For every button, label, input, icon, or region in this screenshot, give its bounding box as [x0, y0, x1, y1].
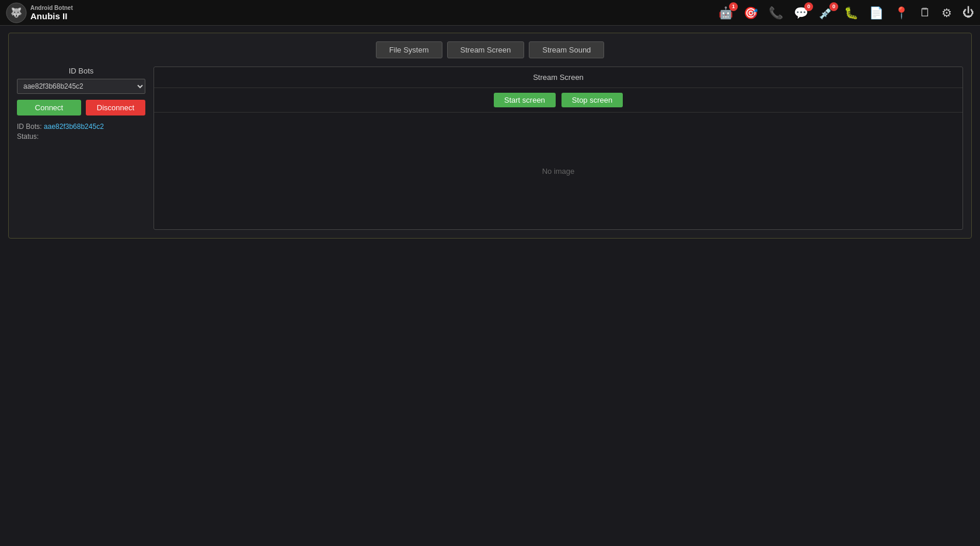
document-nav-icon[interactable]: 📄 — [869, 6, 884, 20]
stream-screen-title: Stream Screen — [154, 67, 962, 88]
navbar: 🐺 Android Botnet Anubis II 🤖 1 🎯 📞 💬 0 💉… — [0, 0, 980, 26]
bug-nav-icon[interactable]: 🐛 — [844, 6, 859, 20]
syringe-badge: 0 — [829, 2, 838, 11]
id-bots-label: ID Bots — [17, 66, 145, 75]
tab-stream-screen[interactable]: Stream Screen — [447, 41, 525, 58]
location-icon: 📍 — [894, 6, 909, 20]
bot-badge: 1 — [729, 2, 738, 11]
connect-button[interactable]: Connect — [17, 100, 81, 116]
stop-screen-button[interactable]: Stop screen — [562, 93, 623, 107]
id-bots-value: aae82f3b68b245c2 — [44, 123, 104, 131]
phone-icon: 📞 — [769, 6, 783, 20]
logo-text-top: Android Botnet — [30, 5, 73, 11]
document-icon: 📄 — [869, 6, 884, 20]
list-nav-icon[interactable]: 🗒 — [919, 6, 931, 19]
svg-text:🐺: 🐺 — [11, 7, 22, 18]
id-bots-info: ID Bots: aae82f3b68b245c2 — [17, 123, 145, 131]
message-nav-icon[interactable]: 💬 0 — [794, 6, 808, 20]
power-nav-icon[interactable]: ⏻ — [962, 6, 974, 19]
tab-file-system[interactable]: File System — [376, 41, 442, 58]
syringe-nav-icon[interactable]: 💉 0 — [819, 6, 833, 20]
no-image-text: No image — [542, 167, 575, 176]
main-content: File System Stream Screen Stream Sound I… — [0, 26, 980, 246]
left-sidebar: ID Bots aae82f3b68b245c2 Connect Disconn… — [17, 66, 145, 230]
phone-nav-icon[interactable]: 📞 — [769, 6, 783, 20]
stream-controls: Start screen Stop screen — [154, 88, 962, 113]
power-icon: ⏻ — [962, 6, 974, 19]
stream-area: Stream Screen Start screen Stop screen N… — [154, 66, 963, 230]
id-bots-select-wrapper: aae82f3b68b245c2 — [17, 79, 145, 94]
bug-icon: 🐛 — [844, 6, 859, 20]
settings-nav-icon[interactable]: ⚙ — [941, 6, 952, 20]
start-screen-button[interactable]: Start screen — [494, 93, 556, 107]
target-nav-icon[interactable]: 🎯 — [744, 6, 758, 20]
logo: 🐺 Android Botnet Anubis II — [6, 2, 99, 23]
tab-stream-sound[interactable]: Stream Sound — [529, 41, 604, 58]
tabs-bar: File System Stream Screen Stream Sound — [17, 41, 963, 58]
main-panel: File System Stream Screen Stream Sound I… — [8, 33, 972, 239]
panel-inner: ID Bots aae82f3b68b245c2 Connect Disconn… — [17, 66, 963, 230]
settings-icon: ⚙ — [941, 6, 952, 20]
id-bots-select[interactable]: aae82f3b68b245c2 — [17, 79, 145, 94]
status-info: Status: — [17, 132, 145, 141]
logo-text-main: Anubis II — [30, 11, 73, 21]
navbar-icons: 🤖 1 🎯 📞 💬 0 💉 0 🐛 📄 📍 — [719, 6, 974, 20]
target-icon: 🎯 — [744, 6, 758, 20]
logo-icon: 🐺 — [6, 2, 27, 23]
message-badge: 0 — [804, 2, 813, 11]
bot-nav-icon[interactable]: 🤖 1 — [719, 6, 733, 20]
stream-preview: No image — [154, 113, 962, 229]
list-icon: 🗒 — [919, 6, 931, 19]
disconnect-button[interactable]: Disconnect — [86, 100, 145, 116]
location-nav-icon[interactable]: 📍 — [894, 6, 909, 20]
connect-disconnect-row: Connect Disconnect — [17, 100, 145, 116]
